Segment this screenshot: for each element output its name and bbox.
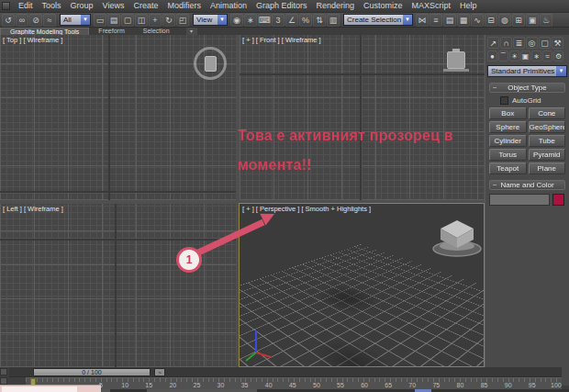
application-icon[interactable] xyxy=(2,2,10,10)
rectangular-selection-region-icon[interactable]: ▢ xyxy=(121,14,134,27)
menu-item[interactable]: MAXScript xyxy=(407,0,456,12)
maxscript-mini-listener-field[interactable] xyxy=(2,386,77,392)
teapot-object-front-view[interactable] xyxy=(443,48,469,72)
time-slider[interactable]: 0 / 100 xyxy=(33,368,151,376)
utilities-tab-icon[interactable]: ⚒ xyxy=(552,37,563,49)
modify-tab-icon[interactable]: ∩ xyxy=(500,37,512,49)
shapes-icon[interactable]: ⌒ xyxy=(498,50,508,62)
select-by-name-icon[interactable]: ▤ xyxy=(107,14,120,27)
object-color-swatch[interactable] xyxy=(552,194,564,206)
track-bar[interactable]: 5101520253035404550556065707580859095100 xyxy=(26,377,562,389)
primitive-button[interactable]: Cylinder xyxy=(489,135,527,147)
object-name-field[interactable] xyxy=(489,194,550,206)
tab-freeform[interactable]: Freeform xyxy=(89,28,133,35)
menu-item[interactable]: Tools xyxy=(38,0,66,12)
menu-item[interactable]: Edit xyxy=(14,0,38,12)
chevron-down-icon[interactable]: ▼ xyxy=(403,15,412,25)
named-selection-set-dropdown[interactable]: Create Selection Se ▼ xyxy=(343,14,413,26)
named-selection-sets-icon[interactable]: ▥ xyxy=(327,14,340,27)
select-and-manipulate-icon[interactable]: ∗ xyxy=(244,14,257,27)
tab-selection[interactable]: Selection xyxy=(134,28,179,35)
primitive-button[interactable]: Plane xyxy=(529,162,566,174)
viewport-perspective-active[interactable]: [ + ] [ Perspective ] [ Smooth + Highlig… xyxy=(239,203,485,367)
lights-icon[interactable]: ☀ xyxy=(509,50,519,62)
curve-editor-icon[interactable]: ∿ xyxy=(471,14,484,27)
chevron-down-icon[interactable]: ▼ xyxy=(556,66,566,76)
mirror-icon[interactable]: ⋈ xyxy=(416,14,429,27)
menu-item[interactable]: Rendering xyxy=(312,0,360,12)
collapse-icon[interactable]: − xyxy=(493,84,497,93)
primitive-button[interactable]: Box xyxy=(489,107,527,119)
align-icon[interactable]: ≡ xyxy=(430,14,442,27)
use-pivot-point-icon[interactable]: ◉ xyxy=(230,14,243,27)
motion-tab-icon[interactable]: ◎ xyxy=(526,37,538,49)
rendered-frame-icon[interactable]: ▣ xyxy=(526,14,539,27)
menu-item[interactable]: Graph Editors xyxy=(251,0,312,12)
keyboard-override-icon[interactable]: ⌨ xyxy=(258,14,271,27)
primitive-button[interactable]: Teapot xyxy=(489,162,527,174)
create-tab-icon[interactable]: ↗ xyxy=(487,37,499,49)
tab-graphite-modeling-tools[interactable]: Graphite Modeling Tools xyxy=(0,28,89,35)
bind-to-space-warp-icon[interactable]: ≈ xyxy=(43,14,56,27)
reference-coordinate-dropdown[interactable]: View ▼ xyxy=(193,14,228,26)
select-and-scale-icon[interactable]: ◰ xyxy=(176,14,189,27)
teapot-object-top-view[interactable] xyxy=(194,47,227,80)
chevron-down-icon[interactable]: ▼ xyxy=(81,15,90,25)
viewport-left[interactable]: [ Left ] [ Wireframe ] xyxy=(0,204,236,367)
cameras-icon[interactable]: ▣ xyxy=(520,50,530,62)
menu-item[interactable]: Group xyxy=(66,0,98,12)
primitive-category-dropdown[interactable]: Standard Primitives ▼ xyxy=(487,65,567,77)
primitive-button[interactable]: Sphere xyxy=(489,121,527,133)
viewport-perspective-label[interactable]: [ + ] [ Perspective ] [ Smooth + Highlig… xyxy=(242,205,371,213)
schematic-view-icon[interactable]: ⊟ xyxy=(485,14,497,27)
object-type-rollout-header[interactable]: − Object Type xyxy=(489,83,565,93)
unlink-selection-icon[interactable]: ⊘ xyxy=(29,14,42,27)
time-slider-track[interactable]: 0 / 100 > xyxy=(9,367,562,377)
undo-icon[interactable]: ↺ xyxy=(2,14,15,27)
maxscript-mini-listener[interactable] xyxy=(0,385,101,392)
primitive-button[interactable]: GeoSphere xyxy=(529,121,566,133)
select-and-link-icon[interactable]: ∞ xyxy=(16,14,28,27)
primitive-button[interactable]: Tube xyxy=(529,135,566,147)
layer-manager-icon[interactable]: ▤ xyxy=(443,14,456,27)
material-editor-icon[interactable]: ◍ xyxy=(498,14,511,27)
display-tab-icon[interactable]: ▢ xyxy=(539,37,551,49)
viewport-front-label[interactable]: [ + ] [ Front ] [ Wireframe ] xyxy=(242,36,321,44)
mini-listener-toggle-icon[interactable] xyxy=(0,377,7,385)
menu-item[interactable]: Views xyxy=(98,0,129,12)
systems-icon[interactable]: ⚙ xyxy=(553,50,563,62)
hierarchy-tab-icon[interactable]: ≣ xyxy=(513,37,525,49)
ribbon-minimize-icon[interactable]: ▾ xyxy=(186,28,197,35)
graphite-ribbon-toggle-icon[interactable]: ▦ xyxy=(457,14,470,27)
next-frame-button[interactable]: > xyxy=(154,368,165,376)
helpers-icon[interactable]: ∗ xyxy=(531,50,541,62)
spinner-snap-icon[interactable]: ⇅ xyxy=(313,14,326,27)
primitive-button[interactable]: Pyramid xyxy=(529,149,566,161)
geometry-icon[interactable]: ● xyxy=(487,50,497,62)
space-warps-icon[interactable]: ≈ xyxy=(542,50,552,62)
angle-snap-icon[interactable]: ∠ xyxy=(285,14,298,27)
viewport-front[interactable]: [ + ] [ Front ] [ Wireframe ] xyxy=(240,35,485,200)
selection-filter-dropdown[interactable]: All ▼ xyxy=(60,14,91,26)
menu-item[interactable]: Help xyxy=(455,0,482,12)
snap-toggle-icon[interactable]: 3 xyxy=(272,14,284,27)
chevron-down-icon[interactable]: ▼ xyxy=(218,15,227,25)
menu-item[interactable]: Animation xyxy=(206,0,251,12)
primitive-button[interactable]: Cone xyxy=(529,107,566,119)
select-object-icon[interactable]: ▭ xyxy=(94,14,106,27)
select-and-move-icon[interactable]: + xyxy=(149,14,162,27)
menu-item[interactable]: Customize xyxy=(359,0,407,12)
primitive-button[interactable]: Torus xyxy=(489,149,527,161)
percent-snap-icon[interactable]: % xyxy=(299,14,312,27)
window-crossing-icon[interactable]: ◫ xyxy=(135,14,148,27)
viewport-top[interactable]: [ Top ] [ Wireframe ] xyxy=(0,35,236,200)
select-and-rotate-icon[interactable]: ↻ xyxy=(162,14,175,27)
render-production-icon[interactable]: ♨ xyxy=(540,14,552,27)
name-and-color-rollout-header[interactable]: − Name and Color xyxy=(489,180,565,190)
autogrid-checkbox[interactable] xyxy=(500,96,508,105)
menu-item[interactable]: Create xyxy=(128,0,162,12)
mini-listener-toggle-icon[interactable] xyxy=(0,368,7,375)
teapot-object-perspective[interactable] xyxy=(429,215,485,259)
menu-item[interactable]: Modifiers xyxy=(162,0,206,12)
viewport-top-label[interactable]: [ Top ] [ Wireframe ] xyxy=(3,36,62,44)
